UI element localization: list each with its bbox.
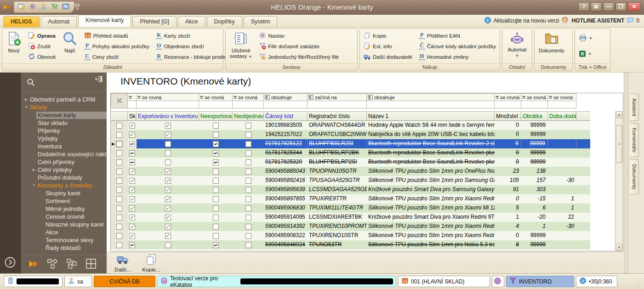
cell-exportovano-checkbox[interactable]: ✓ <box>137 130 199 139</box>
kopie-button[interactable]: Kopie <box>362 31 414 41</box>
row-selector-cell[interactable] <box>111 204 128 213</box>
filter-input-nazev[interactable] <box>367 101 495 108</box>
neobjednavat-checkbox[interactable] <box>245 123 251 129</box>
dokumenty-button[interactable]: Dokumenty <box>537 30 566 62</box>
row-select-checkbox[interactable] <box>116 150 122 156</box>
column-header-neobjednavat[interactable]: Neobjednávat <box>233 111 264 121</box>
cell-exportovano-checkbox[interactable]: ✓ <box>137 194 199 204</box>
nastav-button[interactable]: Nastav <box>257 31 340 41</box>
row-selector-cell[interactable] <box>111 231 128 240</box>
table-row[interactable]: ✓✓5900495914392TPUXIRENO10PROMTRSilikono… <box>111 222 616 231</box>
přehled-skladů-button[interactable]: Přehled skladů <box>83 31 151 41</box>
filter-operator-doba_dodani[interactable]: =se rovná <box>548 93 576 101</box>
helios-small-icon[interactable] <box>28 260 39 270</box>
neexportovat-checkbox[interactable]: ✓ <box>213 141 219 147</box>
side-tab-komentáře[interactable]: Komentáře <box>630 123 639 157</box>
sk-checkbox[interactable]: ✓ <box>129 159 135 165</box>
cell-neobjednavat-checkbox[interactable] <box>233 121 264 130</box>
neexportovat-checkbox[interactable] <box>213 123 219 129</box>
cell-sk-checkbox[interactable]: ✓ <box>128 204 137 213</box>
center-button[interactable]: ⧉ <box>591 2 602 11</box>
column-header-mnozstvi[interactable]: Množství ... <box>495 111 521 121</box>
table-row[interactable]: ✓✓5900495908322TPUXIRENO10STRSilikonové … <box>111 231 616 240</box>
row-selector-cell[interactable] <box>111 167 128 176</box>
row-selector-cell[interactable] <box>111 130 128 139</box>
neobjednavat-checkbox[interactable] <box>245 196 251 202</box>
filter-input-doba_dodani[interactable] <box>548 101 576 108</box>
cell-neexportovat-checkbox[interactable]: ✓ <box>199 240 233 249</box>
cell-neexportovat-checkbox[interactable] <box>199 130 233 139</box>
cell-neexportovat-checkbox[interactable] <box>199 185 233 194</box>
column-header-sel[interactable] <box>111 111 128 121</box>
neobjednavat-checkbox[interactable] <box>245 224 251 230</box>
row-select-checkbox[interactable] <box>116 123 122 129</box>
karty-zboží-button[interactable]: KKarty zboží <box>154 31 228 41</box>
neexportovat-checkbox[interactable]: ✓ <box>213 242 219 248</box>
filter-operator-obratka[interactable]: =se rovná <box>521 93 548 101</box>
table-row[interactable]: ✓✓5900495892416TPUSAGAA525GTRSilikonové … <box>111 176 616 185</box>
neobjednavat-checkbox[interactable] <box>245 141 251 147</box>
sidebar-item-stav-skladu[interactable]: Stav skladu <box>21 119 107 127</box>
row-select-checkbox[interactable] <box>116 242 122 248</box>
sk-checkbox[interactable]: ✓ <box>129 205 135 211</box>
filter-operator-neobjednavat[interactable]: =se rovná <box>233 93 264 101</box>
row-select-checkbox[interactable] <box>116 187 122 193</box>
cell-exportovano-checkbox[interactable] <box>137 148 199 158</box>
sidebar-item-skupiny-karet[interactable]: Skupiny karet <box>21 189 107 197</box>
cell-neexportovat-checkbox[interactable] <box>199 194 233 204</box>
filter-input-registracni_cislo[interactable] <box>308 101 367 108</box>
kopie-button[interactable]: Kopie... <box>140 254 163 273</box>
row-selector-cell[interactable] <box>111 194 128 204</box>
row-selector-cell[interactable] <box>111 121 128 130</box>
obnovit-button[interactable]: Obnovit <box>27 52 57 62</box>
scroll-up-button[interactable]: ▲ <box>616 111 622 118</box>
další-dodavatelé-button[interactable]: Další dodavatelé <box>362 52 414 62</box>
column-header-exportovano[interactable]: Exportováno v Inventoru <box>137 111 199 121</box>
row-select-checkbox[interactable] <box>116 233 122 239</box>
cell-sk-checkbox[interactable]: ✓ <box>128 222 137 231</box>
row-select-checkbox[interactable] <box>116 178 122 184</box>
exportovano-checkbox[interactable]: ✓ <box>165 187 171 193</box>
filter-operator-mnozstvi[interactable]: =se rovná <box>495 93 521 101</box>
table-row[interactable]: ✓✓017817825320BLUHFPBSLRP2SIBluetooth re… <box>111 158 616 167</box>
cell-neobjednavat-checkbox[interactable] <box>233 185 264 194</box>
side-tab-asistent[interactable]: Asistent <box>630 94 639 121</box>
sidebar-item-průvodní-doklady[interactable]: Průvodní doklady <box>21 174 107 181</box>
nový-button[interactable]: Nový <box>5 30 23 62</box>
chat-bubble-icon[interactable] <box>627 17 634 25</box>
sidebar-item-výdejky[interactable]: Výdejky <box>21 135 107 142</box>
cell-exportovano-checkbox[interactable]: ✓ <box>137 176 199 185</box>
exportovano-checkbox[interactable]: ✓ <box>165 132 171 138</box>
menu-tab-dopl-ky[interactable]: Doplňky <box>207 16 242 27</box>
filtr-dočasně-zakázán-button[interactable]: Filtr dočasně zakázán <box>257 41 340 51</box>
column-header-neexportovat[interactable]: Neexportovat <box>199 111 233 121</box>
cell-neobjednavat-checkbox[interactable] <box>233 231 264 240</box>
menu-tab-syst-m[interactable]: Systém <box>244 16 278 27</box>
cell-neexportovat-checkbox[interactable] <box>199 213 233 222</box>
table-row[interactable]: ✓✓194252157022ORAPATCUSBC20WWHNabíječka … <box>111 130 616 139</box>
column-header-obratka[interactable]: Obrátka <box>521 111 548 121</box>
row-selector-cell[interactable] <box>111 185 128 194</box>
sk-checkbox[interactable]: ✓ <box>129 233 135 239</box>
filter-input-sk[interactable] <box>128 101 137 108</box>
exportovano-checkbox[interactable]: ✓ <box>165 169 171 175</box>
row-selector-cell[interactable]: ▶ <box>111 139 128 148</box>
cell-sk-checkbox[interactable]: ✓ <box>128 194 137 204</box>
share-icon[interactable] <box>66 258 78 271</box>
table-row[interactable]: ✓✓5900495914095LCSSMDXIARE9TBKKnížkové p… <box>111 213 616 222</box>
filter-input-neobjednavat[interactable] <box>233 101 264 108</box>
row-select-checkbox[interactable] <box>116 132 122 138</box>
sk-checkbox[interactable]: ✓ <box>129 196 135 202</box>
sidebar-item-celní-výdejky[interactable]: ▶Celní výdejky <box>21 166 107 174</box>
grid-view-icon[interactable] <box>85 258 97 271</box>
cell-neexportovat-checkbox[interactable] <box>199 121 233 130</box>
cell-sk-checkbox[interactable]: ✓ <box>128 240 137 249</box>
oprava-button[interactable]: Oprava <box>27 31 57 41</box>
hotline-assistant-link[interactable]: HOTLINE ASISTENT <box>571 17 624 24</box>
sidebar-item-návazné-skupiny-karet[interactable]: Návazné skupiny karet <box>21 221 107 228</box>
cell-exportovano-checkbox[interactable]: ✓ <box>137 222 199 231</box>
table-row[interactable]: ✓✓5900495848024TPUNO53TRSilikonové TPU p… <box>111 240 616 249</box>
table-row[interactable]: ✓✓190199883505ORAPWATCHS644GRHodinky App… <box>111 121 616 130</box>
row-selector-cell[interactable] <box>111 213 128 222</box>
menu-tab-kmenov-karty[interactable]: Kmenové karty <box>78 15 131 27</box>
